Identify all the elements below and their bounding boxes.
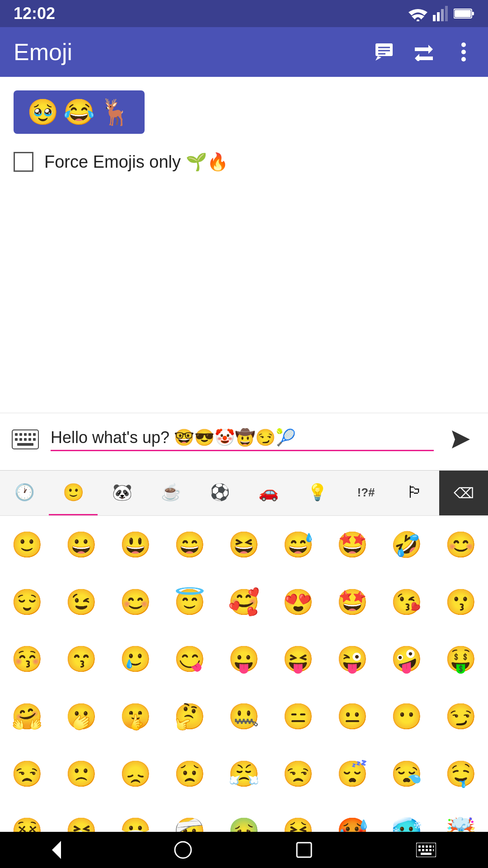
svg-rect-41 (433, 849, 434, 851)
emoji-cell[interactable]: 🙁 (54, 750, 108, 798)
force-emojis-checkbox[interactable] (14, 152, 33, 172)
emoji-cell[interactable]: 🤤 (434, 750, 488, 798)
nav-recents-btn[interactable] (296, 842, 312, 858)
more-menu-btn[interactable] (453, 41, 474, 63)
wifi-icon (408, 6, 427, 21)
emoji-cell[interactable]: 😶 (380, 692, 434, 741)
svg-rect-4 (445, 6, 448, 21)
force-emojis-row: Force Emojis only 🌱🔥 (14, 152, 474, 172)
emoji-cell[interactable]: 🙂 (0, 520, 54, 569)
emoji-cell[interactable]: 😊 (434, 520, 488, 569)
message-input[interactable] (51, 428, 434, 451)
tab-flags[interactable]: 🏳 (390, 471, 439, 515)
tab-travel[interactable]: 🚗 (244, 471, 293, 515)
emoji-cell[interactable]: 😘 (380, 578, 434, 627)
emoji-cell[interactable]: 😐 (325, 692, 380, 741)
emoji-cell[interactable]: 😝 (271, 635, 325, 684)
home-icon (174, 841, 192, 859)
emoji-cell[interactable]: 😛 (217, 635, 271, 684)
emoji-cell[interactable]: 😍 (271, 578, 325, 627)
emoji-cell[interactable]: 🤣 (380, 520, 434, 569)
svg-rect-23 (24, 438, 27, 441)
recents-icon (296, 842, 312, 858)
svg-rect-34 (426, 845, 428, 848)
emoji-cell[interactable]: 🤔 (163, 692, 217, 741)
svg-rect-25 (33, 438, 36, 441)
emoji-cell[interactable]: 😒 (0, 750, 54, 798)
tab-food[interactable]: ☕ (146, 471, 195, 515)
emoji-cell[interactable]: 😗 (434, 578, 488, 627)
emoji-cell[interactable]: 😀 (54, 520, 108, 569)
back-icon (52, 841, 70, 859)
emoji-cell[interactable]: 😜 (325, 635, 380, 684)
emoji-cell[interactable]: 😴 (325, 750, 380, 798)
emoji-cell[interactable]: 😪 (380, 750, 434, 798)
emoji-cell[interactable]: 😌 (0, 578, 54, 627)
emoji-cell[interactable]: 🤗 (0, 692, 54, 741)
emoji-cell[interactable]: 🥰 (217, 578, 271, 627)
svg-rect-24 (28, 438, 31, 441)
emoji-cell[interactable]: 🤩 (325, 578, 380, 627)
nav-keyboard-btn[interactable] (416, 843, 436, 857)
send-icon (450, 428, 472, 451)
emoji-cell[interactable]: 😟 (163, 750, 217, 798)
delete-emoji-btn[interactable]: ⌫ (439, 471, 488, 515)
svg-rect-35 (429, 845, 432, 848)
tab-animals[interactable]: 🐼 (98, 471, 146, 515)
emoji-cell[interactable]: 😚 (0, 635, 54, 684)
force-emojis-label: Force Emojis only 🌱🔥 (44, 152, 228, 172)
bottom-nav (0, 832, 488, 868)
nav-keyboard-icon (416, 843, 436, 857)
svg-point-14 (461, 57, 466, 61)
emoji-display-2: 😂 (63, 99, 95, 125)
tab-smileys[interactable]: 🙂 (49, 471, 98, 515)
keyboard-toggle-btn[interactable] (9, 423, 42, 456)
svg-point-0 (417, 19, 419, 21)
status-time: 12:02 (14, 4, 55, 23)
tab-objects[interactable]: 💡 (293, 471, 342, 515)
emoji-cell[interactable]: 😅 (271, 520, 325, 569)
chat-icon (374, 42, 394, 62)
emoji-cell[interactable]: 😒 (271, 750, 325, 798)
status-bar: 12:02 (0, 0, 488, 27)
tab-recent[interactable]: 🕐 (0, 471, 49, 515)
emoji-cell[interactable]: 😤 (217, 750, 271, 798)
nav-home-btn[interactable] (174, 841, 192, 859)
emoji-cell[interactable]: 😇 (163, 578, 217, 627)
emoji-cell[interactable]: 🤐 (217, 692, 271, 741)
app-bar-actions (373, 41, 474, 63)
svg-marker-28 (52, 841, 61, 859)
nav-back-btn[interactable] (52, 841, 70, 859)
keyboard-icon (12, 429, 39, 449)
emoji-display-1: 🥹 (27, 99, 59, 125)
emoji-cell[interactable]: 😑 (271, 692, 325, 741)
emoji-cell[interactable]: 🫢 (54, 692, 108, 741)
main-content: 🥹 😂 🦌 Force Emojis only 🌱🔥 (0, 77, 488, 172)
send-button[interactable] (443, 421, 479, 458)
svg-rect-30 (297, 843, 311, 857)
emoji-cell[interactable]: 🤑 (434, 635, 488, 684)
emoji-cell[interactable]: 😋 (163, 635, 217, 684)
emoji-cell[interactable]: 😏 (434, 692, 488, 741)
emoji-grid: 🙂 😀 😃 😄 😆 😅 🤩 🤣 😊 😌 😉 😊 😇 🥰 😍 🤩 😘 😗 😚 😙 … (0, 516, 488, 868)
emoji-cell[interactable]: 😉 (54, 578, 108, 627)
emoji-cell[interactable]: 🤪 (380, 635, 434, 684)
emoji-cell[interactable]: 🤩 (325, 520, 380, 569)
emoji-cell[interactable]: 🥲 (108, 635, 163, 684)
emoji-display-3: 🦌 (99, 99, 131, 125)
signal-icon (433, 6, 448, 21)
emoji-cell[interactable]: 😞 (108, 750, 163, 798)
chat-icon-btn[interactable] (373, 41, 395, 63)
svg-rect-22 (19, 438, 22, 441)
tab-sports[interactable]: ⚽ (195, 471, 244, 515)
svg-rect-39 (426, 849, 428, 851)
emoji-cell[interactable]: 😄 (163, 520, 217, 569)
tab-symbols[interactable]: !?# (342, 471, 390, 515)
emoji-cell[interactable]: 😆 (217, 520, 271, 569)
emoji-cell[interactable]: 🤫 (108, 692, 163, 741)
svg-rect-6 (472, 12, 474, 15)
emoji-cell[interactable]: 😊 (108, 578, 163, 627)
emoji-cell[interactable]: 😙 (54, 635, 108, 684)
swap-icon-btn[interactable] (413, 41, 435, 63)
emoji-cell[interactable]: 😃 (108, 520, 163, 569)
